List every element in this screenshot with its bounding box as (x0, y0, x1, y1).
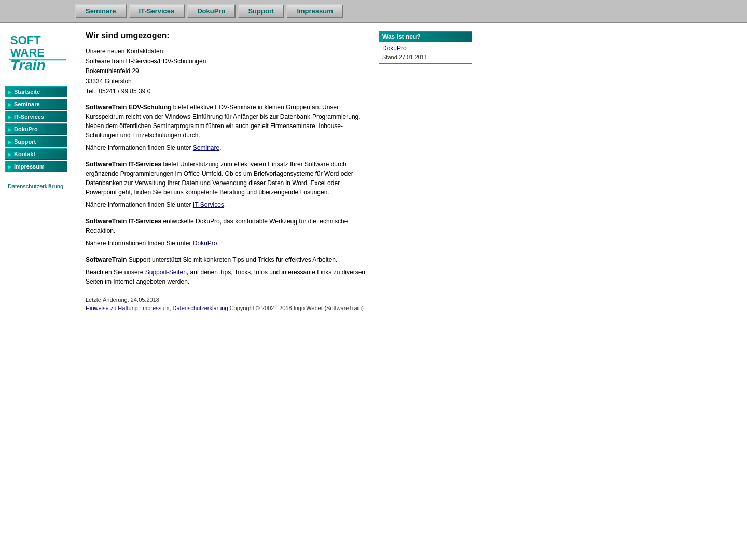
footer-link-impressum[interactable]: Impressum (141, 305, 169, 311)
svg-text:SOFT: SOFT (10, 34, 41, 47)
sidebar-item-kontakt[interactable]: ▶ Kontakt (5, 148, 67, 160)
footer-link-datenschutz[interactable]: Datenschutzerklärung (173, 305, 228, 311)
nav-button-dokupro[interactable]: DokuPro (187, 4, 236, 18)
arrow-icon: ▶ (8, 114, 12, 120)
datenschutz-link[interactable]: Datenschutzerklärung (8, 183, 63, 189)
address-line2: Bokemühlenfeld 29 (86, 66, 371, 76)
right-sidebar: Was ist neu? DokuPro Stand 27.01.2011 (376, 29, 475, 555)
section-it-services: SoftwareTrain IT-Services bietet Unterst… (86, 160, 371, 209)
sidebar-label-support: Support (14, 138, 36, 145)
section1-mehr: Nähere Informationen finden Sie unter (86, 144, 193, 151)
address-line3: 33334 Gütersloh (86, 77, 371, 87)
was-neu-link-dokupro[interactable]: DokuPro (382, 45, 468, 52)
logo: SOFT WARE Train (6, 29, 68, 80)
section2-mehr: Nähere Informationen finden Sie unter (86, 201, 193, 208)
was-neu-header: Was ist neu? (379, 32, 472, 42)
section3-mehr: Nähere Informationen finden Sie unter (86, 240, 193, 247)
main-content: Wir sind umgezogen: Unsere neuen Kontakt… (80, 29, 376, 555)
section-edv-schulung: SoftwareTrain EDV-Schulung bietet effekt… (86, 103, 371, 152)
sidebar-label-impressum: Impressum (14, 163, 45, 170)
content-area: Wir sind umgezogen: Unsere neuen Kontakt… (75, 23, 747, 560)
section-support: SoftwareTrain Support unterstützt Sie mi… (86, 255, 371, 286)
sidebar-item-impressum[interactable]: ▶ Impressum (5, 161, 67, 172)
section4-bold: SoftwareTrain (86, 256, 127, 263)
section1-link[interactable]: Seminare (193, 144, 219, 151)
footer: Letzte Änderung: 24.05.2018 Hinweise zu … (86, 297, 371, 311)
sidebar-label-dokupro: DokuPro (14, 126, 38, 132)
sidebar-item-startseite[interactable]: ▶ Startseite (5, 86, 67, 97)
section3-bold: SoftwareTrain IT-Services (86, 218, 161, 225)
sidebar-item-it-services[interactable]: ▶ IT-Services (5, 111, 67, 122)
sidebar-label-startseite: Startseite (14, 89, 40, 95)
nav-button-impressum[interactable]: Impressum (286, 4, 343, 18)
section-dokupro: SoftwareTrain IT-Services entwickelte Do… (86, 217, 371, 248)
arrow-icon: ▶ (8, 127, 12, 132)
address-line4: Tel.: 05241 / 99 85 39 0 (86, 87, 371, 96)
nav-button-support[interactable]: Support (238, 4, 284, 18)
sidebar-item-seminare[interactable]: ▶ Seminare (5, 99, 67, 110)
sidebar-label-seminare: Seminare (14, 101, 40, 107)
footer-link-haftung[interactable]: Hinweise zu Haftung (86, 305, 138, 311)
sidebar-label-kontakt: Kontakt (14, 151, 35, 157)
address-block: Unsere neuen Kontaktdaten: SoftwareTrain… (86, 47, 371, 96)
arrow-icon: ▶ (8, 102, 12, 107)
sidebar: SOFT WARE Train ▶ Startseite ▶ Seminare (0, 23, 75, 560)
address-intro: Unsere neuen Kontaktdaten: (86, 47, 371, 57)
nav-button-it-services[interactable]: IT-Services (129, 4, 185, 18)
section3-link[interactable]: DokuPro (193, 240, 217, 247)
was-neu-content: DokuPro Stand 27.01.2011 (379, 42, 472, 63)
arrow-icon: ▶ (8, 89, 12, 95)
last-change: Letzte Änderung: 24.05.2018 (86, 297, 371, 303)
arrow-icon: ▶ (8, 151, 12, 157)
sidebar-label-it-services: IT-Services (14, 114, 44, 120)
address-line1: SoftwareTrain IT-Services/EDV-Schulungen (86, 57, 371, 66)
section4-mehr: Beachten Sie unsere (86, 269, 145, 276)
was-neu-box: Was ist neu? DokuPro Stand 27.01.2011 (379, 31, 472, 64)
nav-button-seminare[interactable]: Seminare (75, 4, 127, 18)
arrow-icon: ▶ (8, 164, 12, 170)
sidebar-item-support[interactable]: ▶ Support (5, 136, 67, 147)
was-neu-stand: Stand 27.01.2011 (382, 54, 427, 60)
page-title: Wir sind umgezogen: (86, 31, 371, 40)
section2-link[interactable]: IT-Services (193, 201, 224, 208)
section4-link[interactable]: Support-Seiten (145, 269, 187, 276)
section2-bold: SoftwareTrain IT-Services (86, 161, 161, 168)
section4-text: Support unterstützt Sie mit konkreten Ti… (127, 256, 337, 263)
top-navigation: Seminare IT-Services DokuPro Support Imp… (0, 0, 747, 23)
arrow-icon: ▶ (8, 139, 12, 145)
section1-bold: SoftwareTrain EDV-Schulung (86, 104, 171, 111)
sidebar-item-dokupro[interactable]: ▶ DokuPro (5, 123, 67, 135)
footer-copyright: Copyright © 2002 - 2018 Ingo Weber (Soft… (230, 305, 364, 311)
